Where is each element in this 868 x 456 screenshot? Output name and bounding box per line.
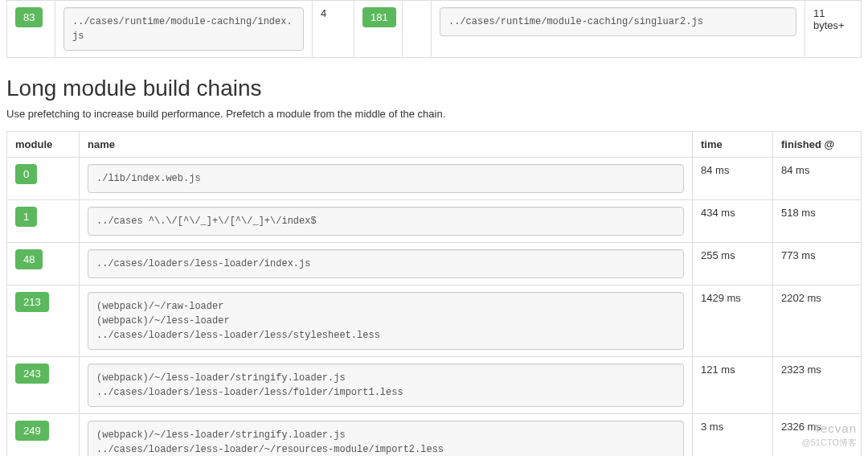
module-id-badge[interactable]: 249 <box>15 421 49 441</box>
time-cell: 3 ms <box>693 414 773 457</box>
finished-cell: 84 ms <box>773 158 862 200</box>
module-name-box: ../cases ^\.\/[^\/_]+\/[^\/_]+\/index$ <box>88 207 684 236</box>
module-id-badge[interactable]: 243 <box>15 364 49 384</box>
finished-cell: 2326 ms <box>773 414 862 457</box>
col-finished-header: finished @ <box>773 132 862 158</box>
table-row: 0./lib/index.web.js84 ms84 ms <box>7 158 862 200</box>
empty-cell <box>403 1 432 58</box>
col-name-header: name <box>80 132 693 158</box>
col-time-header: time <box>693 132 773 158</box>
module-path-box: ../cases/runtime/module-caching/singluar… <box>440 7 796 36</box>
table-row: 213(webpack)/~/raw-loader (webpack)/~/le… <box>7 286 862 357</box>
finished-cell: 773 ms <box>773 243 862 286</box>
module-name-box: ./lib/index.web.js <box>88 164 684 193</box>
finished-cell: 2323 ms <box>773 357 862 414</box>
time-cell: 1429 ms <box>693 286 773 357</box>
table-row: 1../cases ^\.\/[^\/_]+\/[^\/_]+\/index$4… <box>7 200 862 243</box>
module-id-badge[interactable]: 181 <box>362 7 396 27</box>
build-chains-table: module name time finished @ 0./lib/index… <box>6 131 862 456</box>
table-row: 243(webpack)/~/less-loader/stringify.loa… <box>7 357 862 414</box>
section-description: Use prefetching to increase build perfor… <box>6 108 862 120</box>
module-path-box: ../cases/runtime/module-caching/index.js <box>63 7 304 51</box>
time-cell: 255 ms <box>693 243 773 286</box>
col-module-header: module <box>7 132 80 158</box>
module-id-badge[interactable]: 48 <box>15 249 43 269</box>
module-name-box: (webpack)/~/less-loader/stringify.loader… <box>88 364 684 407</box>
time-cell: 121 ms <box>693 357 773 414</box>
table-row: 249(webpack)/~/less-loader/stringify.loa… <box>7 414 862 457</box>
module-name-box: (webpack)/~/less-loader/stringify.loader… <box>88 421 684 456</box>
time-cell: 434 ms <box>693 200 773 243</box>
module-id-badge[interactable]: 0 <box>15 164 37 184</box>
table-row: 48../cases/loaders/less-loader/index.js2… <box>7 243 862 286</box>
module-name-box: (webpack)/~/raw-loader (webpack)/~/less-… <box>88 292 684 350</box>
section-title: Long module build chains <box>6 76 862 101</box>
finished-cell: 518 ms <box>773 200 862 243</box>
module-id-badge[interactable]: 213 <box>15 292 49 312</box>
module-id-badge[interactable]: 83 <box>15 7 43 27</box>
table-header-row: module name time finished @ <box>7 132 862 158</box>
time-cell: 84 ms <box>693 158 773 200</box>
module-caching-table-fragment: 83 ../cases/runtime/module-caching/index… <box>6 0 862 58</box>
module-caching-row: 83 ../cases/runtime/module-caching/index… <box>7 1 862 58</box>
module-name-box: ../cases/loaders/less-loader/index.js <box>88 249 684 278</box>
module-id-badge[interactable]: 1 <box>15 207 37 227</box>
module-size-cell: 11 bytes+ <box>805 1 862 58</box>
finished-cell: 2202 ms <box>773 286 862 357</box>
module-count-cell: 4 <box>313 1 354 58</box>
